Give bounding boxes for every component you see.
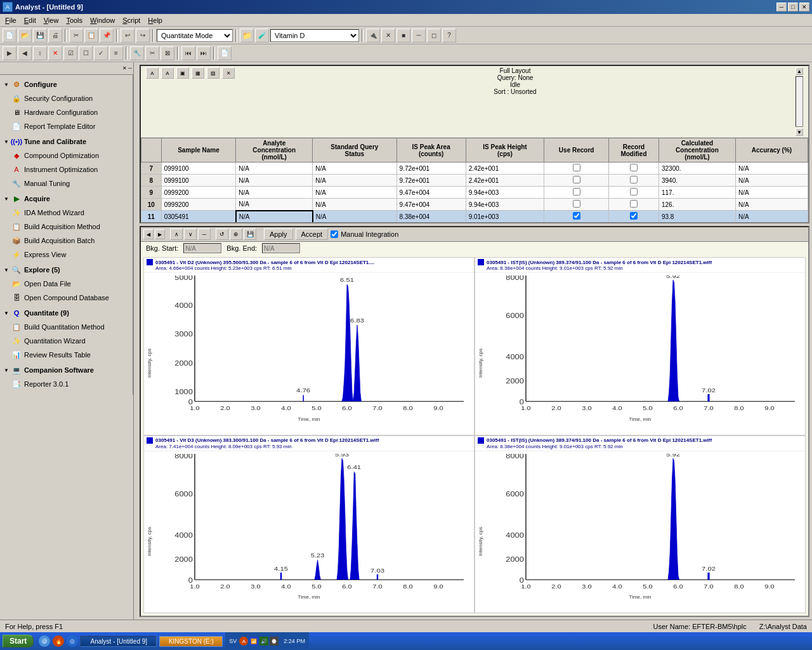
open-button[interactable]: 📂 [18,29,32,43]
sidebar-item-build-acq-batch[interactable]: 📦 Build Acquisition Batch [0,234,133,248]
chart-zoom-reset-btn[interactable]: ↺ [216,229,228,240]
taskbar-item-analyst[interactable]: Analyst - [Untitled 9] [81,636,157,647]
help2-button[interactable]: ? [442,29,456,43]
minimize-button[interactable]: ─ [776,3,787,11]
results-tb-btn2[interactable]: A [161,67,174,79]
close-button[interactable]: ✕ [799,3,809,11]
apply-button[interactable]: Apply [264,229,293,240]
sidebar-item-express-view[interactable]: ⚡ Express View [0,248,133,262]
menu-script[interactable]: Script [119,15,144,25]
dataset-dropdown[interactable]: Vitamin D [270,29,359,42]
minimize2-button[interactable]: ─ [412,29,426,43]
chart-next-btn[interactable]: ▶ [155,229,165,239]
folder-button[interactable]: 📁 [240,29,254,43]
restore-button[interactable]: ◻ [427,29,441,43]
sidebar-resize-btn[interactable]: ─ [128,65,132,71]
tb2-btn10[interactable]: ✂ [145,46,159,60]
start-button[interactable]: Start [3,635,34,647]
use-record-checkbox[interactable] [630,164,638,171]
use-record-checkbox[interactable] [573,188,580,196]
sidebar-item-open-compound-db[interactable]: 🗄 Open Compound Database [0,291,133,305]
tb2-btn11[interactable]: ⊠ [160,46,174,60]
tb2-btn14[interactable]: 📄 [218,46,232,60]
sidebar-explore-header[interactable]: ▼ 🔍 Explore (5) [0,263,133,277]
print-button[interactable]: 🖨 [48,29,62,43]
tb2-btn3[interactable]: ↕ [33,46,47,60]
tb2-btn4[interactable]: ✕ [48,46,62,60]
sidebar-item-compound-opt[interactable]: ◆ Compound Optimization [0,149,133,162]
sidebar-item-build-acq-method[interactable]: 📋 Build Acquisition Method [0,220,133,234]
manual-integration-checkbox[interactable] [331,230,338,238]
sidebar-companion-header[interactable]: ▼ 💻 Companion Software [0,363,133,377]
sidebar-item-quant-wizard[interactable]: ✨ Quantitation Wizard [0,334,133,348]
stop-button[interactable]: ■ [396,29,410,43]
redo-button[interactable]: ↪ [136,29,150,43]
tb2-btn1[interactable]: ▶ [3,46,16,60]
sidebar-acquire-header[interactable]: ▼ ▶ Acquire [0,192,133,206]
tb2-btn7[interactable]: ✓ [94,46,108,60]
sidebar-item-hardware[interactable]: 🖥 Hardware Configuration [0,105,133,119]
paste-button[interactable]: 📌 [100,29,114,43]
chart-zoom-in-btn[interactable]: ⊕ [230,229,242,240]
chart-baseline-btn[interactable]: ─ [198,229,211,240]
menu-window[interactable]: Window [86,15,119,25]
tb2-btn13[interactable]: ⏭ [197,46,211,60]
use-record-checkbox[interactable] [630,176,638,183]
tb2-btn5[interactable]: ☑ [63,46,77,60]
sidebar-item-open-data[interactable]: 📂 Open Data File [0,277,133,291]
sidebar-tune-header[interactable]: ▼ ((•)) Tune and Calibrate [0,135,133,149]
results-tb-btn6[interactable]: ✕ [222,67,235,79]
connect-button[interactable]: 🔌 [366,29,380,43]
sidebar-configure-header[interactable]: ▼ ⚙ Configure [0,77,133,91]
new-button[interactable]: 📄 [3,29,16,43]
results-tb-btn4[interactable]: ▦ [192,67,204,79]
tb2-btn12[interactable]: ⏮ [181,46,195,60]
sidebar-item-report-template[interactable]: 📄 Report Template Editor [0,119,133,133]
sidebar-item-build-quant-method[interactable]: 📋 Build Quantitation Method [0,320,133,334]
use-record-checkbox[interactable] [573,200,580,208]
bkg-end-input[interactable] [262,243,300,253]
tb2-btn9[interactable]: 🔧 [130,46,144,60]
cut-button[interactable]: ✂ [69,29,83,43]
use-record-checkbox[interactable] [573,176,580,183]
tb2-btn2[interactable]: ◀ [18,46,32,60]
taskbar-item-kingston[interactable]: KINGSTON (E:) [159,636,223,647]
save-button[interactable]: 💾 [33,29,47,43]
menu-file[interactable]: File [1,15,20,25]
use-record-checkbox[interactable] [630,188,638,196]
sidebar-item-manual-tuning[interactable]: 🔧 Manual Tuning [0,176,133,190]
bkg-start-input[interactable] [183,243,221,253]
menu-tools[interactable]: Tools [62,15,86,25]
menu-edit[interactable]: Edit [20,15,40,25]
sidebar-close-btn[interactable]: ✕ [122,65,127,71]
sidebar-item-security[interactable]: 🔒 Security Configuration [0,91,133,105]
accept-button[interactable]: Accept [296,229,329,240]
menu-view[interactable]: View [40,15,63,25]
scroll-down-btn[interactable]: ▼ [796,128,803,136]
tb2-btn6[interactable]: ☐ [79,46,93,60]
scroll-up-btn[interactable]: ▲ [796,67,803,75]
menu-help[interactable]: Help [144,15,166,25]
mode-dropdown[interactable]: Quantitate Mode [157,29,233,42]
use-record-checkbox[interactable] [630,212,638,220]
use-record-checkbox[interactable] [573,212,580,220]
sidebar-quantitate-header[interactable]: ▼ Q Quantitate (9) [0,306,133,320]
undo-button[interactable]: ↩ [121,29,134,43]
results-tb-btn5[interactable]: ▨ [207,67,219,79]
results-tb-btn3[interactable]: ▣ [176,67,189,79]
sidebar-item-instrument-opt[interactable]: A Instrument Optimization [0,162,133,176]
delete-button[interactable]: ✕ [381,29,395,43]
results-tb-btn1[interactable]: A [146,67,159,79]
sidebar-item-ida-wizard[interactable]: ✨ IDA Method Wizard [0,206,133,220]
table-cell[interactable]: N/A [236,211,313,223]
chart-prev-btn[interactable]: ◀ [143,229,154,239]
use-record-checkbox[interactable] [573,164,580,171]
maximize-button[interactable]: □ [788,3,798,11]
chart-valley-btn[interactable]: ∨ [184,229,197,240]
use-record-checkbox[interactable] [630,200,638,208]
tb2-btn8[interactable]: ≡ [109,46,123,60]
sidebar-item-review-results[interactable]: 📊 Review Results Table [0,348,133,362]
sidebar-item-reporter[interactable]: 📑 Reporter 3.0.1 [0,377,133,391]
chart-export-btn[interactable]: 💾 [244,229,256,240]
chart-peak-btn[interactable]: ∧ [170,229,183,240]
